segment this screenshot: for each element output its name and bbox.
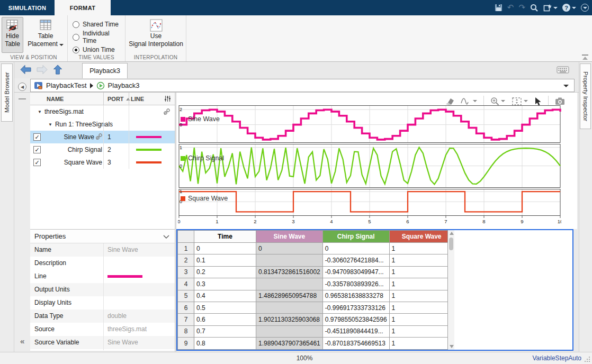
radio-circle-icon[interactable] bbox=[73, 47, 79, 53]
keyboard-shortcuts-icon[interactable] bbox=[557, 66, 569, 74]
breadcrumb-dropdown-icon[interactable] bbox=[563, 85, 569, 87]
cell-square-wave[interactable]: 1 bbox=[389, 278, 454, 290]
cell-square-wave[interactable]: 1 bbox=[389, 325, 454, 337]
cell-time[interactable]: 0.2 bbox=[194, 266, 256, 278]
hide-table-button[interactable]: Hide Table bbox=[2, 17, 23, 53]
help-button[interactable]: ? bbox=[562, 4, 576, 12]
radio-shared-time[interactable]: Shared Time bbox=[73, 19, 125, 30]
cell-time[interactable]: 0.6 bbox=[194, 314, 256, 325]
scrollbar-thumb[interactable] bbox=[449, 238, 453, 250]
column-header-name[interactable]: NAME bbox=[47, 96, 64, 102]
up-button[interactable] bbox=[52, 65, 63, 75]
cell-sine-wave[interactable]: 0.8134732861516002 bbox=[256, 266, 323, 278]
cell-square-wave[interactable]: 1 bbox=[389, 314, 454, 325]
collapse-triangle-icon[interactable]: ▼ bbox=[48, 122, 52, 127]
signal-display-button[interactable] bbox=[461, 97, 477, 105]
property-row-data-type[interactable]: Data Typedouble bbox=[30, 310, 175, 323]
property-row-name[interactable]: NameSine Wave bbox=[30, 243, 175, 257]
property-row-output-units[interactable]: Output Units bbox=[30, 283, 175, 296]
cell-chirp-signal[interactable]: -0.3060276421884... bbox=[322, 254, 389, 266]
table-scrollbar[interactable] bbox=[447, 230, 454, 350]
filter-options-icon[interactable] bbox=[164, 95, 171, 102]
help-dropdown-icon[interactable] bbox=[572, 7, 576, 9]
column-header-time[interactable]: Time bbox=[194, 231, 256, 243]
radio-union-time[interactable]: Union Time bbox=[73, 44, 125, 55]
cell-time[interactable]: 0.3 bbox=[194, 278, 256, 290]
zoom-button[interactable] bbox=[490, 97, 505, 106]
square-wave-plot[interactable]: 10012345678910 bbox=[178, 189, 561, 226]
cell-square-wave[interactable]: 1 bbox=[389, 290, 454, 302]
cell-time[interactable]: 0.5 bbox=[194, 302, 256, 313]
collapse-sidebar-button[interactable]: « bbox=[20, 336, 24, 345]
fit-to-view-dropdown-icon[interactable] bbox=[524, 100, 528, 102]
table-row[interactable]: 60.5-0.9969173337331261 bbox=[178, 302, 454, 313]
radio-individual-time[interactable]: Individual Time bbox=[73, 32, 125, 42]
signal-row-chirp-signal[interactable]: ✓Chirp Signal2 bbox=[30, 143, 175, 156]
breadcrumb-root[interactable]: PlaybackTest bbox=[46, 81, 87, 89]
property-row-line[interactable]: Line bbox=[30, 270, 175, 283]
cell-sine-wave[interactable] bbox=[256, 254, 323, 266]
collapse-panel-button[interactable] bbox=[581, 54, 589, 61]
chevron-down-icon[interactable] bbox=[163, 235, 169, 239]
cell-sine-wave[interactable] bbox=[256, 325, 323, 337]
cell-time[interactable]: 0 bbox=[194, 243, 256, 254]
chirp-signal-plot[interactable]: 10 bbox=[178, 144, 561, 189]
cell-sine-wave[interactable]: 1.9021130325903068 bbox=[256, 314, 323, 325]
signal-line-swatch[interactable] bbox=[136, 136, 162, 138]
cell-sine-wave[interactable]: 0 bbox=[256, 243, 323, 254]
table-row[interactable]: 90.81.9890437907365461-0.870183754669513… bbox=[178, 338, 454, 349]
column-header-sine-wave[interactable]: Sine Wave bbox=[256, 231, 323, 243]
property-value[interactable]: Sine Wave bbox=[107, 246, 138, 253]
cell-chirp-signal[interactable]: 0.9798550523842596 bbox=[322, 314, 389, 325]
document-tab-playback3[interactable]: Playback3 bbox=[82, 63, 128, 78]
table-row[interactable]: 40.3-0.3357803893926...1 bbox=[178, 278, 454, 290]
scroll-up-icon[interactable] bbox=[450, 232, 454, 235]
column-header-square-wave[interactable]: Square Wave bbox=[389, 231, 454, 243]
signal-row-sine-wave[interactable]: ✓Sine Wave1 bbox=[30, 131, 175, 143]
tab-simulation[interactable]: SIMULATION bbox=[0, 0, 55, 15]
property-row-description[interactable]: Description bbox=[30, 257, 175, 270]
property-row-source[interactable]: SourcethreeSigs.mat bbox=[30, 323, 175, 336]
signal-checkbox[interactable]: ✓ bbox=[33, 159, 41, 166]
collapse-triangle-icon[interactable]: ▼ bbox=[38, 110, 42, 114]
radio-circle-icon[interactable] bbox=[73, 34, 79, 41]
search-button[interactable] bbox=[530, 4, 539, 12]
signal-data-table-container[interactable]: TimeSine WaveChirp SignalSquare Wave 100… bbox=[176, 229, 573, 351]
cell-time[interactable]: 0.7 bbox=[194, 325, 256, 337]
cell-time[interactable]: 0.8 bbox=[194, 338, 256, 349]
cell-chirp-signal[interactable]: -0.4511890844419... bbox=[322, 325, 389, 337]
column-header-port[interactable]: PORT bbox=[107, 96, 130, 102]
signal-line-swatch[interactable] bbox=[136, 149, 162, 151]
property-inspector-tab[interactable]: Property Inspector bbox=[580, 63, 591, 129]
zoom-dropdown-icon[interactable] bbox=[501, 100, 505, 102]
column-header-line[interactable]: LINE bbox=[131, 96, 144, 102]
table-row[interactable]: 50.41.4862896509547880.9653816388332781 bbox=[178, 290, 454, 302]
radio-circle-icon[interactable] bbox=[73, 21, 79, 28]
table-row[interactable]: 80.7-0.4511890844419...1 bbox=[178, 325, 454, 337]
signal-data-table[interactable]: TimeSine WaveChirp SignalSquare Wave 100… bbox=[177, 230, 454, 350]
snapshot-button[interactable] bbox=[555, 97, 565, 105]
cell-chirp-signal[interactable]: -0.3357803893926... bbox=[322, 278, 389, 290]
cell-square-wave[interactable]: 1 bbox=[389, 254, 454, 266]
cell-sine-wave[interactable]: 1.9890437907365461 bbox=[256, 338, 323, 349]
signal-checkbox[interactable]: ✓ bbox=[33, 146, 41, 153]
property-row-display-units[interactable]: Display Units bbox=[30, 296, 175, 310]
table-row[interactable]: 10001 bbox=[178, 243, 454, 254]
cell-time[interactable]: 0.1 bbox=[194, 254, 256, 266]
table-placement-dropdown-icon[interactable] bbox=[59, 44, 64, 46]
solver-name[interactable]: VariableStepAuto bbox=[532, 354, 581, 362]
cell-sine-wave[interactable]: 1.486289650954788 bbox=[256, 290, 323, 302]
undo-button[interactable]: ↶ bbox=[507, 4, 514, 12]
cell-square-wave[interactable]: 1 bbox=[389, 266, 454, 278]
property-value[interactable]: Sine Wave bbox=[107, 339, 138, 346]
column-header-chirp-signal[interactable]: Chirp Signal bbox=[322, 231, 389, 243]
minimize-toolstrip-button[interactable] bbox=[581, 4, 589, 12]
cell-chirp-signal[interactable]: -0.870183754669513 bbox=[322, 338, 389, 349]
table-row[interactable]: 30.20.8134732861516002-0.9470983049947..… bbox=[178, 266, 454, 278]
annotate-button[interactable] bbox=[543, 4, 558, 12]
property-value[interactable]: threeSigs.mat bbox=[107, 325, 147, 333]
signal-line-swatch[interactable] bbox=[136, 161, 162, 163]
back-button[interactable] bbox=[20, 65, 32, 75]
model-browser-tab[interactable]: Model Browser bbox=[1, 63, 13, 122]
cell-chirp-signal[interactable]: -0.9470983049947... bbox=[322, 266, 389, 278]
